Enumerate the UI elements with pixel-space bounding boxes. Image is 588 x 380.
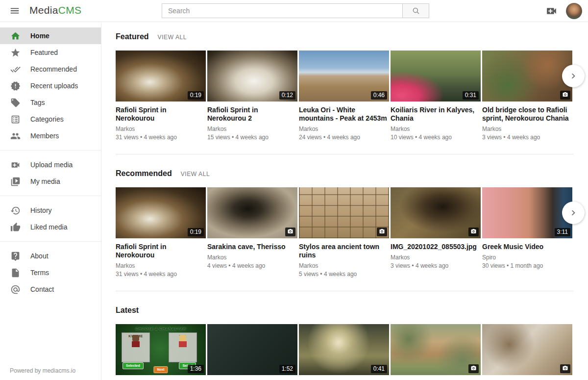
sidebar-item-terms[interactable]: Terms <box>0 264 101 281</box>
sidebar-item-contact[interactable]: Contact <box>0 281 101 298</box>
media-card: IMG_20201022_085503.jpg Markos 3 views •… <box>391 187 481 278</box>
duration-badge: 3:11 <box>555 228 570 236</box>
media-thumbnail[interactable]: 0:19 <box>116 51 206 101</box>
avatar[interactable] <box>566 3 582 19</box>
media-card: 0:31 Koiliaris River in Kalyves, Chania … <box>391 51 481 141</box>
media-views-date: 15 views • 4 weeks ago <box>207 134 297 141</box>
media-author[interactable]: Markos <box>207 126 297 132</box>
menu-icon[interactable] <box>9 5 21 17</box>
sidebar-item-liked-media[interactable]: Liked media <box>0 219 101 235</box>
sidebar-item-home[interactable]: Home <box>0 27 101 44</box>
photo-icon <box>285 228 295 236</box>
photo-icon <box>377 228 387 236</box>
categories-icon <box>10 114 21 125</box>
next-button-label: Next <box>153 366 168 373</box>
search-input[interactable] <box>162 3 403 18</box>
media-views-date: 4 views • 4 weeks ago <box>207 262 297 269</box>
media-thumbnail[interactable] <box>391 324 481 375</box>
upload-video-icon[interactable] <box>545 5 558 18</box>
duration-badge: 0:19 <box>188 228 204 236</box>
media-card: IMG_20201023_104106.jpg Markos 4 views •… <box>391 324 481 380</box>
media-title[interactable]: Koiliaris River in Kalyves, Chania <box>391 106 481 123</box>
media-card: 3:11 Greek Music Video Spiro 30 views • … <box>482 187 572 278</box>
sidebar-item-categories[interactable]: Categories <box>0 111 101 127</box>
media-thumbnail[interactable]: 0:41 <box>299 324 389 375</box>
card-row: 0:19 Rafioli Sprint in Nerokourou Markos… <box>116 187 573 278</box>
media-title[interactable]: Sarakina cave, Therisso <box>207 243 297 251</box>
sidebar-item-label: My media <box>30 177 60 185</box>
history-icon <box>10 205 21 216</box>
duration-badge: 0:12 <box>279 91 295 100</box>
top-bar: MediaCMS <box>0 0 588 22</box>
media-thumbnail[interactable] <box>482 51 572 101</box>
media-author[interactable]: Markos <box>299 126 389 132</box>
sidebar-item-tags[interactable]: Tags <box>0 94 101 111</box>
sidebar-item-recommended[interactable]: Recommended <box>0 61 101 77</box>
media-thumbnail[interactable]: 0:12 <box>207 51 297 101</box>
media-author[interactable]: Markos <box>482 126 572 132</box>
sidebar-item-my-media[interactable]: My media <box>0 173 101 190</box>
media-author[interactable]: Markos <box>116 126 206 132</box>
search-bar <box>162 3 429 18</box>
tag-icon <box>10 97 21 108</box>
media-thumbnail[interactable] <box>391 187 481 238</box>
media-title[interactable]: Rafioli Sprint in Nerokourou <box>116 243 206 259</box>
media-title[interactable]: IMG_20201022_085503.jpg <box>391 243 481 251</box>
media-thumbnail[interactable] <box>207 187 297 238</box>
media-author[interactable]: Markos <box>299 262 389 269</box>
sidebar-divider <box>0 241 101 242</box>
media-thumbnail[interactable]: 3:11 <box>482 187 572 238</box>
media-author[interactable]: Markos <box>391 254 481 261</box>
section-recommended: Recommended VIEW ALL 0:19 Rafioli Sprint… <box>116 169 573 291</box>
media-views-date: 10 views • 4 weeks ago <box>391 134 481 141</box>
sidebar-item-recent-uploads[interactable]: Recent uploads <box>0 77 101 94</box>
video-library-icon <box>10 176 21 187</box>
media-thumbnail[interactable] <box>482 324 572 375</box>
duration-badge: 1:52 <box>279 365 295 373</box>
media-thumbnail[interactable]: 0:19 <box>116 187 206 238</box>
sidebar-item-upload-media[interactable]: Upload media <box>0 156 101 173</box>
media-author[interactable]: Markos <box>116 262 206 269</box>
media-title[interactable]: Rafioli Sprint in Nerokourou <box>116 106 206 123</box>
media-thumbnail[interactable] <box>299 187 389 238</box>
media-card: IMG_20201023_101211.jpg Markos 4 views •… <box>482 324 572 380</box>
search-button[interactable] <box>402 3 429 18</box>
media-title[interactable]: Rafioli Sprint in Nerokourou 2 <box>207 106 297 123</box>
media-author[interactable]: Spiro <box>482 254 572 261</box>
media-thumbnail[interactable]: 0:46 <box>299 51 389 101</box>
media-card: Stylos area ancient town ruins Markos 5 … <box>299 187 389 278</box>
media-thumbnail[interactable]: CHOOSE A CHARACTER KWAME YAA Selected Ne… <box>116 324 206 375</box>
media-views-date: 30 views • 1 month ago <box>482 262 572 269</box>
next-arrow-button[interactable] <box>562 202 585 224</box>
media-title[interactable]: Greek Music Video <box>482 243 572 251</box>
sidebar-item-label: Tags <box>30 99 45 106</box>
sidebar-item-history[interactable]: History <box>0 202 101 219</box>
section-featured: Featured VIEW ALL 0:19 Rafioli Sprint in… <box>116 32 573 154</box>
media-views-date: 31 views • 4 weeks ago <box>116 134 206 141</box>
media-author[interactable]: Markos <box>391 126 481 132</box>
duration-badge: 0:31 <box>463 91 479 100</box>
media-title[interactable]: Stylos area ancient town ruins <box>299 243 389 259</box>
new-releases-icon <box>10 80 21 91</box>
media-card: 0:12 Rafioli Sprint in Nerokourou 2 Mark… <box>207 51 297 141</box>
double-check-icon <box>10 64 21 75</box>
media-title[interactable]: Leuka Ori - White mountains - Peak at 24… <box>299 106 389 123</box>
media-card: 0:46 Leuka Ori - White mountains - Peak … <box>299 51 389 141</box>
sidebar-item-about[interactable]: About <box>0 248 101 264</box>
media-thumbnail[interactable]: 1:52 <box>207 324 297 375</box>
app-logo[interactable]: MediaCMS <box>29 4 81 16</box>
media-author[interactable]: Markos <box>207 254 297 261</box>
card-row: 0:19 Rafioli Sprint in Nerokourou Markos… <box>116 51 573 141</box>
media-thumbnail[interactable]: 0:31 <box>391 51 481 101</box>
next-arrow-button[interactable] <box>562 65 585 87</box>
powered-by-link[interactable]: Powered by mediacms.io <box>10 367 75 374</box>
sidebar-item-featured[interactable]: Featured <box>0 44 101 61</box>
at-sign-icon <box>10 284 21 295</box>
media-card: Old bridge close to Rafioli sprint, Nero… <box>482 51 572 141</box>
sidebar-item-label: Recommended <box>30 65 77 73</box>
photo-icon <box>560 91 570 100</box>
view-all-link[interactable]: VIEW ALL <box>181 171 210 177</box>
media-title[interactable]: Old bridge close to Rafioli sprint, Nero… <box>482 106 572 123</box>
sidebar-item-members[interactable]: Members <box>0 127 101 144</box>
view-all-link[interactable]: VIEW ALL <box>158 34 187 41</box>
